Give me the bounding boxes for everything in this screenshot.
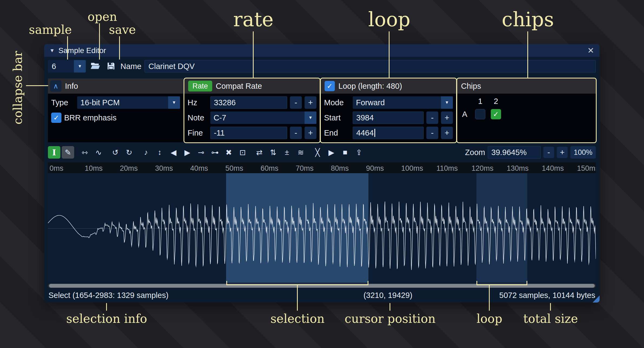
loop-end-input[interactable]: 4464 <box>353 127 424 139</box>
fade-out-button[interactable]: ▶ <box>181 146 194 159</box>
mode-row: Mode Forward ▼ <box>324 96 453 109</box>
ruler-label: 40ms <box>189 164 208 173</box>
ruler-label: 120ms <box>470 164 493 173</box>
brr-emphasis-label: BRR emphasis <box>64 113 116 122</box>
undo-button[interactable]: ↺ <box>109 146 122 159</box>
hz-row: Hz 33286 - + <box>188 96 316 109</box>
loop-enable-checkbox[interactable]: ✓ <box>325 81 335 91</box>
zoom-in-button[interactable]: + <box>557 147 568 158</box>
sample-toolbar: I✎⇿∿↺↻♪↕◀▶⊸⊶✖⊡⇄⇅±≋╳▶■⇪ Zoom 39.9645% - +… <box>48 146 596 159</box>
annotation-collapse-bar: collapse bar <box>11 51 25 124</box>
sample-type-value: 16-bit PCM <box>77 96 168 109</box>
window-collapse-icon[interactable]: ▼ <box>50 48 55 54</box>
hz-increment-button[interactable]: + <box>305 96 316 109</box>
preview-button[interactable]: ▶ <box>325 146 338 159</box>
zoom-reset-button[interactable]: 100% <box>570 146 596 159</box>
ruler-label: 140ms <box>540 164 564 173</box>
loop-start-increment-button[interactable]: + <box>441 111 453 124</box>
annotation-line-total-size <box>550 303 551 311</box>
zoom-controls: Zoom 39.9645% - + 100% <box>465 146 596 159</box>
ruler-label: 70ms <box>294 164 313 173</box>
sign-invert-button[interactable]: ± <box>281 146 293 159</box>
sample-number-value: 6 <box>48 60 74 73</box>
select-mode-button[interactable]: I <box>48 146 60 159</box>
loop-start-decrement-button[interactable]: - <box>426 111 438 124</box>
chip-column-1-label: 1 <box>478 97 482 106</box>
total-size-text: 5072 samples, 10144 bytes <box>499 291 595 300</box>
ruler-label: 60ms <box>259 164 278 173</box>
zoom-out-button[interactable]: - <box>543 147 554 158</box>
window-titlebar[interactable]: ▼ Sample Editor ✕ <box>44 44 600 57</box>
loop-end-decrement-button[interactable]: - <box>426 127 438 139</box>
toolbar-group: ⇄⇅±≋ <box>253 146 307 159</box>
cursor-position-text: (3210, 19429) <box>364 291 413 300</box>
horizontal-scrollbar[interactable] <box>48 284 596 288</box>
delete-button[interactable]: ✖ <box>223 146 235 159</box>
selection-info-text: Select (1654-2983: 1329 samples) <box>48 291 168 300</box>
sample-name-input[interactable]: Clarinet DQV <box>145 60 596 73</box>
fine-increment-button[interactable]: + <box>305 127 316 139</box>
fine-decrement-button[interactable]: - <box>290 127 302 139</box>
hz-input[interactable]: 33286 <box>210 96 287 109</box>
create-wavetable-button[interactable]: ⇪ <box>353 146 365 159</box>
draw-mode-button[interactable]: ✎ <box>62 146 74 159</box>
zoom-label: Zoom <box>465 148 485 157</box>
chip-a2-checkbox[interactable]: ✓ <box>491 109 501 119</box>
filter-button[interactable]: ≋ <box>295 146 307 159</box>
info-header: ∧ Info <box>48 78 183 94</box>
scrollbar-thumb[interactable] <box>49 284 595 288</box>
chip-a1-checkbox[interactable] <box>475 109 485 119</box>
waveform-view[interactable] <box>48 173 596 283</box>
invert-button[interactable]: ⇅ <box>267 146 279 159</box>
ruler-label: 90ms <box>364 164 384 173</box>
stop-preview-button[interactable]: ■ <box>339 146 351 159</box>
normalize-button[interactable]: ↕ <box>153 146 166 159</box>
rate-panel: Rate Compat Rate Hz 33286 - + Note C-7 <box>184 78 320 142</box>
fine-input[interactable]: -11 <box>210 127 287 139</box>
resize-grip[interactable] <box>593 296 600 303</box>
fade-in-button[interactable]: ◀ <box>167 146 180 159</box>
fine-row: Fine -11 - + <box>188 127 316 139</box>
waveform-canvas[interactable] <box>48 173 596 283</box>
annotation-sample: sample <box>29 23 72 37</box>
resample-button[interactable]: ∿ <box>92 146 105 159</box>
close-icon[interactable]: ✕ <box>587 46 594 55</box>
open-sample-button[interactable] <box>89 60 102 73</box>
chevron-down-icon: ▼ <box>441 96 453 109</box>
sample-header-row: 6 ▼ <box>44 57 600 76</box>
ruler-label: 10ms <box>83 164 103 173</box>
chips-body: 1 2 A ✓ <box>457 94 596 142</box>
floppy-disk-icon <box>107 62 115 71</box>
annotation-line-selection-info <box>106 303 107 311</box>
rate-mode-button[interactable]: Rate <box>188 81 212 91</box>
toolbar-group: ♪↕◀▶⊸⊶✖⊡ <box>140 146 249 159</box>
note-row: Note C-7 ▼ <box>188 111 316 124</box>
trim-button[interactable]: ⊡ <box>236 146 249 159</box>
collapse-info-button[interactable]: ∧ <box>50 80 61 92</box>
chevron-up-icon: ∧ <box>53 82 58 90</box>
brr-row: ✓ BRR emphasis <box>51 111 180 124</box>
sample-number-select[interactable]: 6 ▼ <box>48 60 86 73</box>
note-select[interactable]: C-7 ▼ <box>210 111 316 124</box>
save-sample-button[interactable] <box>105 60 117 73</box>
chips-grid: 1 2 A ✓ <box>460 97 593 119</box>
zoom-input[interactable]: 39.9645% <box>488 146 541 159</box>
loop-start-input[interactable]: 3984 <box>353 111 424 124</box>
hz-decrement-button[interactable]: - <box>290 96 302 109</box>
chevron-down-icon[interactable]: ▼ <box>74 60 86 73</box>
amplify-button[interactable]: ♪ <box>140 146 152 159</box>
loop-mode-select[interactable]: Forward ▼ <box>353 96 453 109</box>
annotation-loop: loop <box>368 8 410 31</box>
resize-button[interactable]: ⇿ <box>79 146 91 159</box>
reverse-button[interactable]: ⇄ <box>253 146 266 159</box>
toolbar-group: ╳▶■⇪ <box>311 146 365 159</box>
sample-type-select[interactable]: 16-bit PCM ▼ <box>77 96 180 109</box>
loop-panel: ✓ Loop (length: 480) Mode Forward ▼ Star… <box>321 78 456 142</box>
insert-silence-button[interactable]: ⊸ <box>195 146 207 159</box>
apply-silence-button[interactable]: ⊶ <box>209 146 221 159</box>
hz-label: Hz <box>188 98 208 107</box>
brr-emphasis-checkbox[interactable]: ✓ <box>51 113 61 123</box>
loop-end-increment-button[interactable]: + <box>441 127 453 139</box>
redo-button[interactable]: ↻ <box>123 146 135 159</box>
crossfade-button[interactable]: ╳ <box>311 146 324 159</box>
